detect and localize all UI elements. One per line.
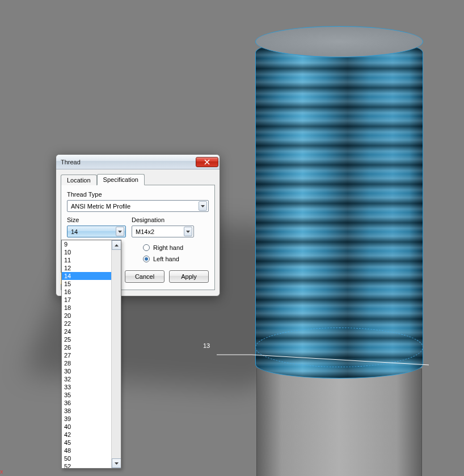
axis-label-x: x — [0, 468, 3, 475]
radio-icon — [143, 244, 150, 251]
designation-combo[interactable]: M14x2 — [132, 226, 194, 237]
designation-dropdown-button[interactable] — [184, 227, 192, 236]
size-option[interactable]: 50 — [62, 454, 111, 462]
cylinder-top-face[interactable] — [255, 26, 423, 57]
size-option[interactable]: 20 — [62, 312, 111, 320]
scroll-up-button[interactable] — [112, 240, 121, 250]
size-dropdown-button[interactable] — [116, 227, 124, 236]
size-option[interactable]: 10 — [62, 248, 111, 256]
size-option[interactable]: 40 — [62, 423, 111, 431]
size-option[interactable]: 11 — [62, 256, 111, 264]
dimension-value: 13 — [203, 342, 210, 349]
size-option[interactable]: 36 — [62, 399, 111, 407]
designation-value: M14x2 — [136, 228, 154, 235]
size-option[interactable]: 42 — [62, 431, 111, 439]
tab-location[interactable]: Location — [61, 175, 97, 185]
size-option[interactable]: 17 — [62, 296, 111, 304]
designation-label: Designation — [132, 216, 209, 223]
thread-type-dropdown-button[interactable] — [199, 201, 207, 211]
radio-checked-icon — [143, 256, 150, 262]
size-option[interactable]: 24 — [62, 328, 111, 335]
size-option[interactable]: 35 — [62, 391, 111, 399]
right-hand-label: Right hand — [153, 244, 183, 251]
size-option[interactable]: 16 — [62, 288, 111, 296]
size-option[interactable]: 18 — [62, 304, 111, 312]
size-option[interactable]: 48 — [62, 447, 111, 454]
size-option[interactable]: 30 — [62, 367, 111, 375]
cancel-button[interactable]: Cancel — [125, 270, 164, 283]
scroll-down-button[interactable] — [112, 458, 121, 468]
size-option[interactable]: 25 — [62, 335, 111, 343]
size-combo[interactable]: 14 — [67, 226, 126, 237]
chevron-down-icon — [115, 462, 119, 465]
size-option[interactable]: 32 — [62, 375, 111, 383]
size-option[interactable]: 38 — [62, 407, 111, 415]
size-option[interactable]: 45 — [62, 439, 111, 447]
size-option[interactable]: 9 — [62, 240, 111, 248]
size-option[interactable]: 39 — [62, 415, 111, 423]
chevron-down-icon — [118, 231, 122, 233]
chevron-up-icon — [115, 244, 119, 246]
selection-ellipse — [255, 328, 423, 367]
size-option[interactable]: 27 — [62, 351, 111, 359]
size-option[interactable]: 26 — [62, 343, 111, 351]
tab-specification[interactable]: Specification — [97, 174, 145, 185]
size-value: 14 — [71, 228, 78, 235]
thread-type-value: ANSI Metric M Profile — [71, 203, 130, 210]
thread-type-label: Thread Type — [67, 191, 209, 198]
thread-type-combo[interactable]: ANSI Metric M Profile — [67, 200, 209, 212]
dialog-title: Thread — [61, 159, 81, 165]
left-hand-label: Left hand — [153, 256, 179, 262]
size-option[interactable]: 22 — [62, 320, 111, 328]
chevron-down-icon — [201, 205, 205, 207]
size-option[interactable]: 52 — [62, 462, 111, 468]
tab-strip: Location Specification — [61, 173, 215, 185]
chevron-down-icon — [186, 231, 190, 233]
left-hand-radio[interactable]: Left hand — [143, 256, 209, 262]
close-button[interactable] — [196, 157, 218, 167]
size-option[interactable]: 33 — [62, 383, 111, 391]
dialog-titlebar[interactable]: Thread — [56, 155, 220, 169]
apply-button[interactable]: Apply — [169, 270, 209, 283]
close-icon — [204, 159, 210, 165]
size-dropdown-list[interactable]: 9101112141516171820222425262728303233353… — [61, 240, 121, 469]
size-option[interactable]: 28 — [62, 359, 111, 367]
size-option[interactable]: 12 — [62, 264, 111, 272]
size-option[interactable]: 15 — [62, 280, 111, 288]
right-hand-radio[interactable]: Right hand — [143, 244, 209, 251]
dropdown-scrollbar[interactable] — [111, 240, 121, 468]
size-option[interactable]: 14 — [62, 272, 111, 280]
cylinder-lower — [256, 368, 422, 476]
size-label: Size — [67, 216, 126, 223]
